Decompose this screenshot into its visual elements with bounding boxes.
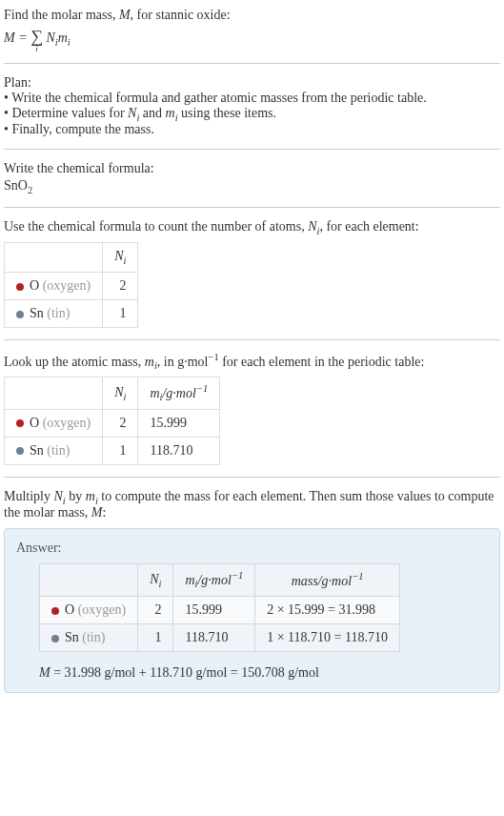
molar-mass-formula: M = ∑i Nimi — [4, 27, 500, 51]
table-row: O (oxygen) 2 — [5, 272, 138, 299]
header-ni: Ni — [138, 564, 173, 596]
h-n: N — [114, 385, 123, 399]
oxygen-name: (oxygen) — [43, 278, 91, 293]
atomic-mass-table: Ni mi/g·mol−1 O (oxygen) 2 15.999 Sn (ti… — [4, 377, 220, 464]
table-header-row: Ni — [5, 242, 138, 272]
chem-formula: SnO2 — [4, 178, 500, 195]
table-row: Sn (tin) 1 — [5, 299, 138, 327]
plan-item-2: • Determine values for Ni and mi using t… — [4, 106, 500, 123]
oxygen-count: 2 — [103, 409, 138, 437]
plan2-suffix: using these items. — [178, 106, 276, 120]
tin-name: (tin) — [82, 630, 105, 644]
answer-table: Ni mi/g·mol−1 mass/g·mol−1 O (oxygen) 2 … — [39, 563, 400, 651]
h-m-unit: /g·mol — [162, 386, 195, 400]
plan2-and: and — [139, 106, 165, 120]
formula-eq: = — [15, 31, 30, 45]
intro-line1: Find the molar mass, M, for stannic oxid… — [4, 8, 500, 23]
element-cell-oxygen: O (oxygen) — [40, 596, 138, 623]
divider — [4, 149, 500, 150]
am-mid: , in g·mol — [157, 354, 209, 368]
tin-count: 1 — [103, 437, 138, 464]
count-atoms-section: Use the chemical formula to count the nu… — [4, 219, 500, 328]
mult-suffix: : — [102, 505, 106, 520]
atomic-mass-heading: Look up the atomic mass, mi, in g·mol−1 … — [4, 352, 500, 371]
intro-text-suffix: , for stannic oxide: — [131, 8, 231, 22]
table-header-row: Ni mi/g·mol−1 mass/g·mol−1 — [40, 564, 400, 596]
tin-sym: Sn — [30, 443, 44, 458]
a-mass-label: mass/g·mol — [292, 574, 352, 588]
a-n: N — [150, 572, 158, 586]
element-cell-oxygen: O (oxygen) — [5, 409, 103, 437]
count-n: N — [308, 219, 316, 234]
sigma-sub: i — [30, 47, 43, 51]
answer-label: Answer: — [16, 541, 488, 556]
tin-mass: 118.710 — [138, 437, 220, 464]
tin-count: 1 — [103, 299, 138, 327]
chem-sub: 2 — [28, 185, 32, 195]
am-exp: −1 — [208, 352, 218, 362]
table-row: O (oxygen) 2 15.999 — [5, 409, 220, 437]
chem-formula-heading: Write the chemical formula: — [4, 161, 500, 176]
a-m-unit: /g·mol — [197, 573, 231, 587]
oxygen-name: (oxygen) — [43, 416, 91, 430]
divider — [4, 477, 500, 478]
multiply-section: Multiply Ni by mi to compute the mass fo… — [4, 489, 500, 693]
count-heading: Use the chemical formula to count the nu… — [4, 219, 500, 236]
oxygen-name: (oxygen) — [78, 602, 127, 617]
final-answer: M = 31.998 g/mol + 118.710 g/mol = 150.7… — [39, 665, 488, 681]
plan-item-1: • Write the chemical formula and gather … — [4, 91, 500, 106]
am-prefix: Look up the atomic mass, — [4, 354, 145, 368]
table-row: Sn (tin) 1 118.710 1 × 118.710 = 118.710 — [40, 623, 400, 651]
oxygen-dot-icon — [51, 607, 59, 615]
plan2-prefix: • Determine values for — [4, 106, 128, 120]
formula-n: N — [46, 31, 54, 45]
oxygen-count: 2 — [103, 272, 138, 299]
mult-bigm: M — [91, 505, 103, 520]
tin-mass: 118.710 — [173, 623, 255, 651]
oxygen-dot-icon — [16, 283, 24, 291]
oxygen-dot-icon — [16, 419, 24, 427]
element-cell-tin: Sn (tin) — [40, 623, 138, 651]
tin-name: (tin) — [47, 306, 70, 320]
mult-prefix: Multiply — [4, 489, 54, 503]
count-suffix: , for each element: — [319, 219, 418, 234]
mult-mid1: by — [66, 489, 86, 503]
intro-section: Find the molar mass, M, for stannic oxid… — [4, 8, 500, 51]
header-mass: mass/g·mol−1 — [255, 564, 400, 596]
count-table: Ni O (oxygen) 2 Sn (tin) 1 — [4, 242, 138, 328]
tin-sym: Sn — [65, 630, 79, 644]
divider — [4, 339, 500, 340]
header-n-sub: i — [124, 255, 127, 266]
a-n-sub: i — [159, 579, 162, 589]
tin-count: 1 — [138, 623, 173, 651]
header-ni: Ni — [103, 242, 138, 272]
oxygen-calc: 2 × 15.999 = 31.998 — [255, 596, 400, 623]
oxygen-count: 2 — [138, 596, 173, 623]
mult-n: N — [54, 489, 63, 503]
a-m-exp: −1 — [232, 570, 243, 581]
tin-name: (tin) — [47, 443, 70, 458]
header-ni: Ni — [103, 377, 138, 409]
am-m: m — [145, 354, 154, 368]
intro-var-m: M — [119, 8, 131, 22]
divider — [4, 63, 500, 64]
tin-calc: 1 × 118.710 = 118.710 — [255, 623, 400, 651]
tin-dot-icon — [16, 311, 24, 318]
oxygen-sym: O — [30, 278, 39, 293]
header-n: N — [114, 249, 123, 263]
oxygen-mass: 15.999 — [138, 409, 220, 437]
formula-m: m — [58, 31, 68, 45]
tin-sym: Sn — [30, 306, 44, 320]
header-mi: mi/g·mol−1 — [138, 377, 220, 409]
header-empty — [40, 564, 138, 596]
final-text: = 31.998 g/mol + 118.710 g/mol = 150.708… — [50, 665, 319, 680]
intro-text: Find the molar mass, — [4, 8, 119, 22]
plan-section: Plan: • Write the chemical formula and g… — [4, 75, 500, 138]
h-n-sub: i — [124, 391, 127, 401]
final-m: M — [39, 665, 50, 680]
formula-lhs: M — [4, 31, 15, 45]
count-prefix: Use the chemical formula to count the nu… — [4, 219, 308, 234]
header-empty — [5, 377, 103, 409]
tin-dot-icon — [16, 447, 24, 455]
am-suffix: for each element in the periodic table: — [219, 354, 425, 368]
